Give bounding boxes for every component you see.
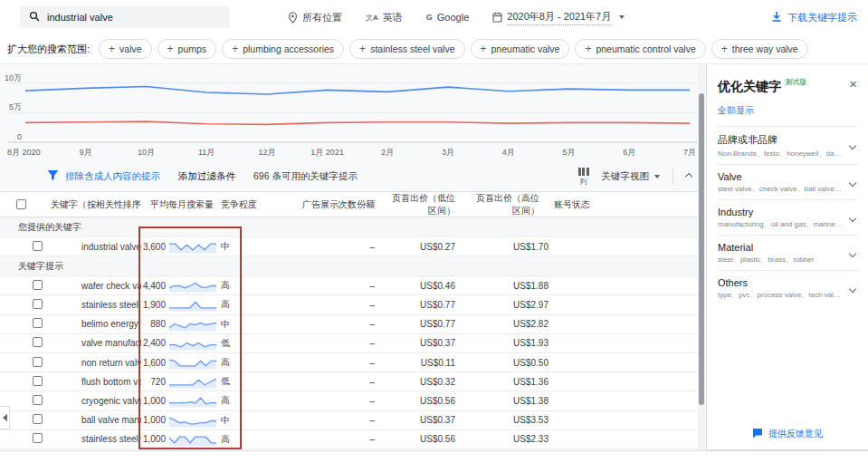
chevron-down-icon — [849, 249, 856, 256]
scroll-left-tab[interactable] — [0, 406, 10, 429]
row-checkbox[interactable] — [33, 337, 43, 347]
adult-filter-link[interactable]: 排除含成人内容的提示 — [47, 170, 160, 183]
row-checkbox[interactable] — [33, 376, 43, 386]
filter-calendar[interactable]: 2020年8月 - 2021年7月 — [492, 10, 625, 25]
table-row[interactable]: ball valve manufacturers1,000中–US$0.37US… — [0, 411, 698, 430]
volume-value: 2,400 — [143, 338, 166, 348]
low-bid-cell: US$0.56 — [384, 396, 468, 406]
keyword-cell: stainless steel ball valve — [51, 300, 141, 310]
low-bid-cell: US$0.11 — [384, 358, 468, 368]
row-checkbox[interactable] — [33, 241, 43, 251]
high-bid-cell: US$1.70 — [468, 242, 550, 252]
table-row[interactable]: wafer check valve4,400高–US$0.46US$1.88 — [0, 276, 698, 295]
keyword-group[interactable]: Valvesteel valve、check valve、ball valve、… — [718, 164, 857, 199]
keyword-chip[interactable]: +pneumatic valve — [471, 39, 570, 59]
keyword-chip[interactable]: +valve — [99, 39, 152, 59]
arrow-left-icon — [3, 414, 7, 421]
topbar: 所有位置文A英语GGoogle2020年8月 - 2021年7月 下载关键字提示 — [0, 0, 868, 34]
beta-badge: 测试版 — [785, 77, 806, 87]
keyword-cell: valve manufacturers — [51, 338, 141, 348]
ad-share-cell: – — [300, 396, 384, 406]
keyword-group[interactable]: Otherstype、pvc、process valve、tech valves… — [718, 270, 857, 305]
ad-share-cell: – — [300, 415, 384, 425]
row-checkbox[interactable] — [33, 299, 43, 309]
keyword-cell: belimo energy valve — [51, 319, 141, 329]
close-icon[interactable]: × — [849, 77, 857, 91]
select-all-checkbox[interactable] — [16, 199, 26, 209]
header-competition[interactable]: 竞争程度 — [219, 198, 300, 211]
show-all-link[interactable]: 全部显示 — [718, 104, 754, 117]
keyword-search-box[interactable] — [20, 6, 230, 28]
columns-label: 列 — [580, 177, 587, 187]
trend-chart: 10万5万08月 20209月10月11月12月1月 20212月3月4月5月6… — [0, 64, 706, 162]
bottom-strip — [0, 450, 868, 463]
svg-text:6月: 6月 — [623, 148, 635, 157]
divider — [672, 169, 673, 185]
download-keywords-button[interactable]: 下载关键字提示 — [771, 0, 857, 34]
table-header-row: 关键字（按相关性排序） 平均每月搜索量 竞争程度 广告展示次数份额 页首出价（低… — [0, 192, 698, 217]
table-row[interactable]: cryogenic valves1,000高–US$0.56US$1.38 — [0, 391, 698, 410]
competition-cell: 中 — [219, 318, 300, 331]
table-row[interactable]: valve manufacturers2,400低–US$0.37US$1.93 — [0, 334, 698, 353]
keyword-chip[interactable]: +pneumatic control valve — [575, 39, 705, 59]
main-content: 10万5万08月 20209月10月11月12月1月 20212月3月4月5月6… — [0, 64, 706, 450]
row-checkbox[interactable] — [33, 414, 43, 424]
header-status[interactable]: 账号状态 — [550, 198, 698, 211]
trend-chart-svg: 10万5万08月 20209月10月11月12月1月 20212月3月4月5月6… — [0, 64, 706, 162]
low-bid-cell: US$0.27 — [384, 242, 468, 252]
section-title: 关键字提示 — [18, 260, 63, 273]
sparkline — [168, 393, 217, 408]
filter-language[interactable]: 文A英语 — [366, 11, 403, 24]
table-row[interactable]: non return valve pvc1,600高–US$0.11US$0.5… — [0, 353, 698, 372]
competition-cell: 低 — [219, 375, 300, 388]
header-high-bid[interactable]: 页首出价（高位区间） — [468, 192, 550, 217]
columns-button[interactable]: 列 — [578, 168, 589, 187]
high-bid-cell: US$2.82 — [468, 319, 550, 329]
svg-text:2月: 2月 — [381, 148, 394, 157]
competition-cell: 高 — [219, 279, 300, 292]
keyword-view-dropdown[interactable]: 关键字视图 — [602, 170, 661, 183]
header-volume[interactable]: 平均每月搜索量 — [141, 198, 219, 211]
row-checkbox[interactable] — [33, 318, 43, 328]
topbar-filters: 所有位置文A英语GGoogle2020年8月 - 2021年7月 — [288, 0, 625, 34]
table-row[interactable]: stainless steel valve1,000高–US$0.56US$2.… — [0, 430, 698, 449]
keyword-chip[interactable]: +pumps — [157, 39, 217, 59]
section-title: 您提供的关键字 — [18, 221, 81, 234]
add-filter-button[interactable]: 添加过滤条件 — [178, 170, 235, 183]
sparkline — [168, 297, 217, 312]
plus-icon: + — [167, 43, 174, 55]
row-checkbox[interactable] — [33, 357, 43, 367]
filter-google[interactable]: GGoogle — [426, 12, 470, 23]
ad-share-cell: – — [300, 242, 384, 252]
sparkline — [168, 239, 217, 254]
svg-text:4月: 4月 — [502, 148, 515, 157]
sparkline — [168, 336, 217, 351]
svg-text:12月: 12月 — [258, 148, 275, 157]
download-icon — [771, 11, 782, 24]
table-row[interactable]: flush bottom valve720低–US$0.32US$1.36 — [0, 372, 698, 391]
search-input[interactable] — [47, 12, 221, 23]
keyword-chip[interactable]: +plumbing accessories — [222, 39, 344, 59]
keyword-group[interactable]: Materialsteel、plastic、brass、rubber — [718, 235, 857, 270]
table-row[interactable]: belimo energy valve880中–US$0.77US$2.82 — [0, 315, 698, 334]
filter-location[interactable]: 所有位置 — [288, 11, 342, 24]
collapse-chart-icon[interactable] — [685, 173, 692, 180]
keyword-group[interactable]: 品牌或非品牌Non-Brands、festo、honeywell、danfoss… — [718, 126, 857, 164]
header-low-bid[interactable]: 页首出价（低位区间） — [384, 192, 468, 217]
row-checkbox[interactable] — [33, 280, 43, 290]
keyword-chip[interactable]: +three way valve — [711, 39, 808, 59]
table-row[interactable]: stainless steel ball valve1,900高–US$0.77… — [0, 295, 698, 314]
feedback-button[interactable]: 提供反馈意见 — [707, 428, 868, 440]
row-checkbox[interactable] — [33, 395, 43, 405]
row-checkbox[interactable] — [33, 433, 43, 443]
high-bid-cell: US$3.53 — [468, 415, 550, 425]
table-row[interactable]: industrial valve3,600中–US$0.27US$1.70 — [0, 237, 698, 256]
chevron-down-icon — [849, 142, 856, 150]
keyword-chip[interactable]: +stainless steel valve — [349, 39, 464, 59]
ad-share-cell: – — [300, 300, 384, 310]
high-bid-cell: US$1.88 — [468, 281, 550, 291]
keyword-group[interactable]: Industrymanufacturing、oil and gas、marine… — [718, 199, 857, 235]
header-ad-share[interactable]: 广告展示次数份额 — [300, 198, 384, 211]
scrollbar-thumb[interactable] — [699, 93, 704, 405]
header-keyword[interactable]: 关键字（按相关性排序） — [51, 198, 141, 211]
